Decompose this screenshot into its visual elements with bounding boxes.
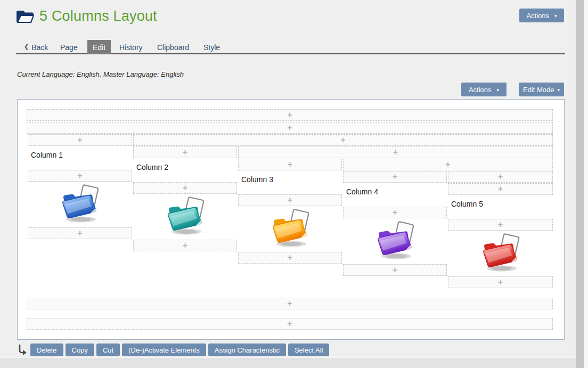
insert-plus-icon: + [183,240,187,251]
insert-plus-icon: + [393,265,397,275]
insert-plus-icon: + [393,171,397,182]
delete-button[interactable]: Delete [30,344,63,356]
tab-page[interactable]: Page [60,40,78,54]
actions-button-label: Actions [526,12,549,20]
insert-strip[interactable]: + [27,298,553,309]
insert-plus-icon: + [288,252,292,263]
edit-mode-label: Edit Mode [523,86,554,94]
chevron-down-icon: ▾ [558,88,560,93]
tab-back-label: Back [31,43,48,52]
insert-plus-icon: + [393,207,397,218]
assign-characteristic-button[interactable]: Assign Characteristic [208,344,286,356]
canvas-actions-label: Actions [469,86,492,94]
edit-canvas: +++Column 1++++Column 2++++Column 3++++C… [17,99,565,340]
tab-clipboard[interactable]: Clipboard [157,40,189,54]
insert-plus-icon: + [498,171,503,182]
insert-strip[interactable]: + [448,219,553,231]
insert-strip[interactable]: + [343,171,447,183]
insert-plus-icon: + [498,219,503,230]
column-label: Column 3 [241,175,273,184]
column-label: Column 1 [31,151,63,159]
insert-strip[interactable]: + [343,159,553,170]
insert-strip[interactable]: + [133,146,237,158]
insert-strip[interactable]: + [133,240,237,251]
column-label: Column 4 [346,187,378,196]
column-label: Column 2 [136,163,168,171]
insert-strip[interactable]: + [28,170,132,182]
tab-back[interactable]: ❮ Back [24,40,48,54]
insert-strip[interactable]: + [238,194,342,206]
insert-plus-icon: + [77,170,82,181]
insert-strip[interactable]: + [448,171,553,183]
cut-button[interactable]: Cut [96,344,120,356]
insert-strip[interactable]: + [28,134,132,146]
tab-style[interactable]: Style [203,40,220,54]
folder-icon[interactable] [271,209,310,248]
insert-plus-icon: + [340,135,345,145]
folder-icon[interactable] [375,221,415,260]
insert-plus-icon: + [288,195,292,206]
insert-strip[interactable]: + [238,159,342,170]
insert-plus-icon: + [287,318,292,329]
folder-icon[interactable] [166,197,205,236]
edit-mode-button[interactable]: Edit Mode ▾ [519,83,564,96]
select-all-button[interactable]: Select All [288,344,329,356]
insert-strip[interactable]: + [27,109,553,121]
bottom-band [0,357,588,368]
insert-strip[interactable]: + [448,276,553,288]
deactivate-elements-button[interactable]: (De-)Activate Elements [122,344,206,356]
insert-plus-icon: + [77,135,82,145]
page-title: 5 Columns Layout [39,8,157,24]
column-label: Column 5 [451,200,483,208]
insert-strip[interactable]: + [238,252,342,264]
page: 5 Columns Layout Actions ▾ ❮ Back Page E… [0,0,588,368]
insert-strip[interactable]: + [343,207,447,218]
insert-plus-icon: + [498,277,503,288]
toolbar-buttons: Delete Copy Cut (De-)Activate Elements A… [30,344,329,356]
insert-strip[interactable]: + [27,318,553,330]
folder-icon[interactable] [481,233,520,273]
folder-icon[interactable] [60,184,100,224]
insert-plus-icon: + [445,159,450,170]
app-header: 5 Columns Layout Actions ▾ [0,0,588,33]
insert-strip[interactable]: + [28,227,132,239]
insert-plus-icon: + [498,184,503,194]
insert-plus-icon: + [287,122,292,133]
insert-plus-icon: + [183,183,187,193]
down-right-arrow-icon [18,344,28,356]
scrollbar-margin [584,0,588,368]
insert-plus-icon: + [393,147,398,158]
chevron-down-icon: ▾ [497,88,500,93]
insert-plus-icon: + [287,298,292,309]
insert-strip[interactable]: + [133,134,553,146]
insert-strip[interactable]: + [27,122,553,134]
canvas-actions-button[interactable]: Actions ▾ [461,83,507,96]
insert-strip[interactable]: + [448,183,553,195]
folder-icon [15,9,35,24]
chevron-down-icon: ▾ [554,14,557,19]
actions-button[interactable]: Actions ▾ [519,9,564,22]
tab-edit[interactable]: Edit [87,40,111,54]
copy-button[interactable]: Copy [66,344,94,356]
scrollbar[interactable] [576,0,584,368]
insert-strip[interactable]: + [133,182,237,194]
insert-plus-icon: + [77,228,82,239]
insert-plus-icon: + [183,147,187,158]
insert-plus-icon: + [287,110,292,120]
element-toolbar: Delete Copy Cut (De-)Activate Elements A… [18,344,329,356]
back-chevron-icon: ❮ [24,43,29,50]
insert-plus-icon: + [288,159,292,170]
tab-bar: ❮ Back Page Edit History Clipboard Style [16,40,565,54]
tab-history[interactable]: History [119,40,143,54]
insert-strip[interactable]: + [238,146,553,158]
language-bar: Current Language: English, Master Langua… [17,70,184,78]
insert-strip[interactable]: + [343,264,447,276]
